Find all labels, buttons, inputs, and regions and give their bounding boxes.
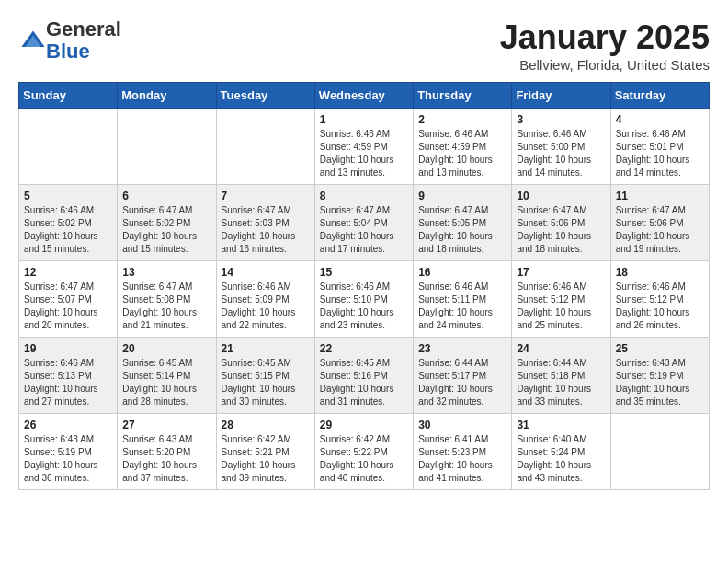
calendar-week-row: 26Sunrise: 6:43 AM Sunset: 5:19 PM Dayli… — [19, 414, 710, 490]
calendar-cell: 4Sunrise: 6:46 AM Sunset: 5:01 PM Daylig… — [610, 109, 709, 185]
day-number: 6 — [122, 190, 210, 202]
day-number: 5 — [24, 190, 112, 202]
weekday-header-friday: Friday — [512, 83, 610, 109]
calendar-cell: 10Sunrise: 6:47 AM Sunset: 5:06 PM Dayli… — [512, 185, 610, 261]
title-block: January 2025 Bellview, Florida, United S… — [500, 18, 710, 73]
calendar-cell: 28Sunrise: 6:42 AM Sunset: 5:21 PM Dayli… — [216, 414, 314, 490]
calendar-cell: 27Sunrise: 6:43 AM Sunset: 5:20 PM Dayli… — [118, 414, 216, 490]
calendar-cell: 15Sunrise: 6:46 AM Sunset: 5:10 PM Dayli… — [314, 261, 413, 338]
logo-blue-text: Blue — [46, 40, 90, 63]
day-number: 10 — [517, 190, 605, 202]
day-number: 19 — [24, 342, 112, 355]
day-number: 17 — [517, 266, 605, 279]
day-number: 4 — [616, 113, 704, 126]
weekday-header-thursday: Thursday — [414, 83, 512, 109]
calendar-cell: 11Sunrise: 6:47 AM Sunset: 5:06 PM Dayli… — [610, 185, 709, 261]
day-info: Sunrise: 6:47 AM Sunset: 5:06 PM Dayligh… — [616, 204, 704, 256]
logo-icon — [20, 28, 46, 53]
calendar-cell — [19, 109, 118, 185]
day-number: 15 — [320, 266, 408, 279]
day-number: 31 — [517, 419, 605, 431]
calendar-cell: 14Sunrise: 6:46 AM Sunset: 5:09 PM Dayli… — [216, 261, 314, 338]
calendar-cell — [216, 109, 314, 185]
day-number: 12 — [24, 266, 112, 279]
calendar-cell: 22Sunrise: 6:45 AM Sunset: 5:16 PM Dayli… — [314, 338, 413, 414]
day-number: 23 — [418, 342, 506, 355]
day-number: 28 — [222, 419, 310, 431]
day-number: 8 — [320, 190, 408, 202]
calendar-cell: 19Sunrise: 6:46 AM Sunset: 5:13 PM Dayli… — [19, 338, 118, 414]
day-number: 1 — [320, 113, 408, 126]
day-info: Sunrise: 6:47 AM Sunset: 5:04 PM Dayligh… — [320, 204, 408, 256]
day-info: Sunrise: 6:46 AM Sunset: 5:10 PM Dayligh… — [320, 281, 408, 332]
day-number: 18 — [616, 266, 704, 279]
day-info: Sunrise: 6:47 AM Sunset: 5:05 PM Dayligh… — [418, 204, 506, 256]
day-info: Sunrise: 6:46 AM Sunset: 4:59 PM Dayligh… — [320, 128, 408, 179]
calendar-cell: 29Sunrise: 6:42 AM Sunset: 5:22 PM Dayli… — [314, 414, 413, 490]
day-info: Sunrise: 6:46 AM Sunset: 5:00 PM Dayligh… — [517, 128, 605, 179]
day-info: Sunrise: 6:46 AM Sunset: 5:02 PM Dayligh… — [24, 204, 112, 256]
day-info: Sunrise: 6:45 AM Sunset: 5:14 PM Dayligh… — [122, 357, 210, 408]
logo: General Blue — [18, 18, 121, 63]
day-info: Sunrise: 6:47 AM Sunset: 5:07 PM Dayligh… — [24, 281, 112, 332]
day-info: Sunrise: 6:46 AM Sunset: 5:01 PM Dayligh… — [616, 128, 704, 179]
day-info: Sunrise: 6:47 AM Sunset: 5:02 PM Dayligh… — [122, 204, 210, 256]
day-info: Sunrise: 6:43 AM Sunset: 5:19 PM Dayligh… — [24, 433, 112, 485]
calendar-cell — [118, 109, 216, 185]
calendar-cell: 5Sunrise: 6:46 AM Sunset: 5:02 PM Daylig… — [19, 185, 118, 261]
day-number: 29 — [320, 419, 408, 431]
calendar-cell: 13Sunrise: 6:47 AM Sunset: 5:08 PM Dayli… — [118, 261, 216, 338]
day-number: 3 — [517, 113, 605, 126]
calendar-cell: 24Sunrise: 6:44 AM Sunset: 5:18 PM Dayli… — [512, 338, 610, 414]
calendar-cell: 1Sunrise: 6:46 AM Sunset: 4:59 PM Daylig… — [314, 109, 413, 185]
day-info: Sunrise: 6:45 AM Sunset: 5:15 PM Dayligh… — [222, 357, 310, 408]
weekday-header-saturday: Saturday — [610, 83, 709, 109]
location: Bellview, Florida, United States — [500, 57, 710, 73]
calendar-cell: 20Sunrise: 6:45 AM Sunset: 5:14 PM Dayli… — [118, 338, 216, 414]
calendar-cell: 8Sunrise: 6:47 AM Sunset: 5:04 PM Daylig… — [314, 185, 413, 261]
calendar-week-row: 1Sunrise: 6:46 AM Sunset: 4:59 PM Daylig… — [19, 109, 710, 185]
calendar-cell: 3Sunrise: 6:46 AM Sunset: 5:00 PM Daylig… — [512, 109, 610, 185]
calendar-cell: 25Sunrise: 6:43 AM Sunset: 5:19 PM Dayli… — [610, 338, 709, 414]
day-number: 30 — [418, 419, 506, 431]
day-number: 13 — [122, 266, 210, 279]
calendar-cell: 6Sunrise: 6:47 AM Sunset: 5:02 PM Daylig… — [118, 185, 216, 261]
weekday-header-monday: Monday — [118, 83, 216, 109]
day-number: 21 — [222, 342, 310, 355]
weekday-header-row: SundayMondayTuesdayWednesdayThursdayFrid… — [19, 83, 710, 109]
weekday-header-tuesday: Tuesday — [216, 83, 314, 109]
day-info: Sunrise: 6:47 AM Sunset: 5:08 PM Dayligh… — [122, 281, 210, 332]
day-number: 27 — [122, 419, 210, 431]
day-info: Sunrise: 6:47 AM Sunset: 5:03 PM Dayligh… — [222, 204, 310, 256]
calendar: SundayMondayTuesdayWednesdayThursdayFrid… — [18, 82, 710, 490]
day-info: Sunrise: 6:45 AM Sunset: 5:16 PM Dayligh… — [320, 357, 408, 408]
day-info: Sunrise: 6:46 AM Sunset: 5:11 PM Dayligh… — [418, 281, 506, 332]
logo-text: General Blue — [46, 18, 121, 63]
day-info: Sunrise: 6:46 AM Sunset: 4:59 PM Dayligh… — [418, 128, 506, 179]
calendar-week-row: 19Sunrise: 6:46 AM Sunset: 5:13 PM Dayli… — [19, 338, 710, 414]
day-info: Sunrise: 6:42 AM Sunset: 5:21 PM Dayligh… — [222, 433, 310, 485]
calendar-cell: 7Sunrise: 6:47 AM Sunset: 5:03 PM Daylig… — [216, 185, 314, 261]
day-info: Sunrise: 6:44 AM Sunset: 5:17 PM Dayligh… — [418, 357, 506, 408]
day-number: 9 — [418, 190, 506, 202]
day-number: 24 — [517, 342, 605, 355]
weekday-header-sunday: Sunday — [19, 83, 118, 109]
month-title: January 2025 — [500, 18, 710, 57]
day-number: 25 — [616, 342, 704, 355]
calendar-cell: 30Sunrise: 6:41 AM Sunset: 5:23 PM Dayli… — [414, 414, 512, 490]
calendar-week-row: 5Sunrise: 6:46 AM Sunset: 5:02 PM Daylig… — [19, 185, 710, 261]
day-number: 20 — [122, 342, 210, 355]
day-info: Sunrise: 6:41 AM Sunset: 5:23 PM Dayligh… — [418, 433, 506, 485]
day-info: Sunrise: 6:46 AM Sunset: 5:13 PM Dayligh… — [24, 357, 112, 408]
day-info: Sunrise: 6:40 AM Sunset: 5:24 PM Dayligh… — [517, 433, 605, 485]
calendar-cell: 21Sunrise: 6:45 AM Sunset: 5:15 PM Dayli… — [216, 338, 314, 414]
day-number: 16 — [418, 266, 506, 279]
calendar-cell: 17Sunrise: 6:46 AM Sunset: 5:12 PM Dayli… — [512, 261, 610, 338]
day-number: 14 — [222, 266, 310, 279]
day-info: Sunrise: 6:46 AM Sunset: 5:09 PM Dayligh… — [222, 281, 310, 332]
calendar-cell: 23Sunrise: 6:44 AM Sunset: 5:17 PM Dayli… — [414, 338, 512, 414]
calendar-cell: 2Sunrise: 6:46 AM Sunset: 4:59 PM Daylig… — [414, 109, 512, 185]
day-number: 26 — [24, 419, 112, 431]
page-container: General Blue January 2025 Bellview, Flor… — [0, 0, 728, 500]
calendar-cell — [610, 414, 709, 490]
